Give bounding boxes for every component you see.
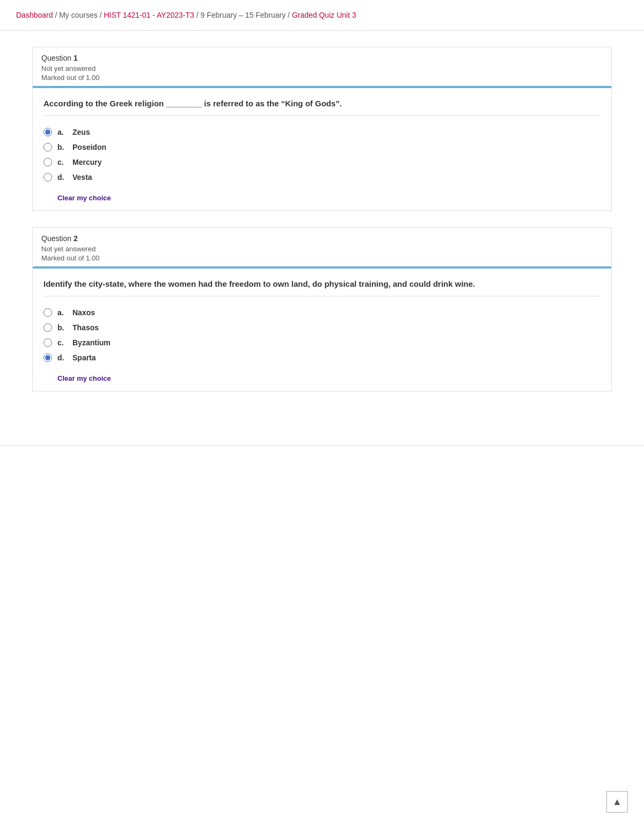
- clear-choice-1[interactable]: Clear my choice: [57, 194, 111, 202]
- option-letter-2-a: a.: [57, 308, 68, 317]
- breadcrumb-mycourses: My courses: [59, 11, 98, 19]
- breadcrumb-quiz[interactable]: Graded Quiz Unit 3: [292, 11, 356, 19]
- breadcrumb-week: 9 February – 15 February: [200, 11, 286, 19]
- option-1-c[interactable]: c. Mercury: [43, 155, 601, 170]
- question-header-1: Question 1 Not yet answered Marked out o…: [33, 47, 611, 86]
- breadcrumb: Dashboard / My courses / HIST 1421-01 - …: [0, 0, 644, 31]
- options-list-1: a. Zeus b. Poseidon c. Mercury: [43, 125, 601, 185]
- question-text-2: Identify the city-state, where the women…: [43, 279, 601, 296]
- option-letter-2-b: b.: [57, 323, 68, 332]
- options-list-2: a. Naxos b. Thasos c. Byzantium: [43, 305, 601, 365]
- option-letter-1-c: c.: [57, 158, 68, 166]
- option-text-1-c: Mercury: [72, 158, 101, 166]
- radio-2-a[interactable]: [43, 308, 52, 317]
- breadcrumb-dashboard[interactable]: Dashboard: [16, 11, 53, 19]
- option-text-2-d: Sparta: [72, 353, 96, 362]
- option-letter-2-d: d.: [57, 353, 68, 362]
- option-letter-1-a: a.: [57, 128, 68, 136]
- question-title-2: Question 2: [41, 234, 603, 243]
- clear-choice-2[interactable]: Clear my choice: [57, 374, 111, 382]
- option-1-a[interactable]: a. Zeus: [43, 125, 601, 140]
- option-letter-2-c: c.: [57, 338, 68, 347]
- option-text-1-a: Zeus: [72, 128, 90, 136]
- question-status-2: Not yet answered: [41, 245, 603, 253]
- option-text-2-b: Thasos: [72, 323, 99, 332]
- option-text-1-b: Poseidon: [72, 143, 106, 151]
- option-text-2-a: Naxos: [72, 308, 95, 317]
- radio-1-c[interactable]: [43, 158, 52, 166]
- breadcrumb-course[interactable]: HIST 1421-01 - AY2023-T3: [104, 11, 194, 19]
- option-1-b[interactable]: b. Poseidon: [43, 140, 601, 155]
- footer: [0, 445, 644, 467]
- radio-1-d[interactable]: [43, 173, 52, 182]
- question-marks-2: Marked out of 1.00: [41, 254, 603, 262]
- question-marks-1: Marked out of 1.00: [41, 74, 603, 82]
- question-card-2: Question 2 Not yet answered Marked out o…: [32, 227, 612, 391]
- question-header-2: Question 2 Not yet answered Marked out o…: [33, 228, 611, 266]
- question-title-1: Question 1: [41, 54, 603, 62]
- question-body-1: According to the Greek religion ________…: [33, 88, 611, 211]
- question-status-1: Not yet answered: [41, 64, 603, 72]
- option-2-c[interactable]: c. Byzantium: [43, 335, 601, 350]
- radio-2-c[interactable]: [43, 338, 52, 347]
- option-2-a[interactable]: a. Naxos: [43, 305, 601, 320]
- option-text-1-d: Vesta: [72, 173, 92, 182]
- question-body-2: Identify the city-state, where the women…: [33, 269, 611, 391]
- radio-1-a[interactable]: [43, 128, 52, 136]
- option-letter-1-b: b.: [57, 143, 68, 151]
- radio-1-b[interactable]: [43, 143, 52, 151]
- radio-2-d[interactable]: [43, 353, 52, 362]
- option-2-d[interactable]: d. Sparta: [43, 350, 601, 365]
- option-2-b[interactable]: b. Thasos: [43, 320, 601, 335]
- question-number-2: 2: [74, 234, 78, 243]
- question-card-1: Question 1 Not yet answered Marked out o…: [32, 47, 612, 211]
- question-text-1: According to the Greek religion ________…: [43, 99, 601, 116]
- breadcrumb-sep-1: /: [55, 11, 59, 19]
- question-number-1: 1: [74, 54, 78, 62]
- option-letter-1-d: d.: [57, 173, 68, 182]
- option-text-2-c: Byzantium: [72, 338, 111, 347]
- breadcrumb-sep-4: /: [288, 11, 292, 19]
- option-1-d[interactable]: d. Vesta: [43, 170, 601, 185]
- radio-2-b[interactable]: [43, 323, 52, 332]
- quiz-content: Question 1 Not yet answered Marked out o…: [16, 31, 628, 424]
